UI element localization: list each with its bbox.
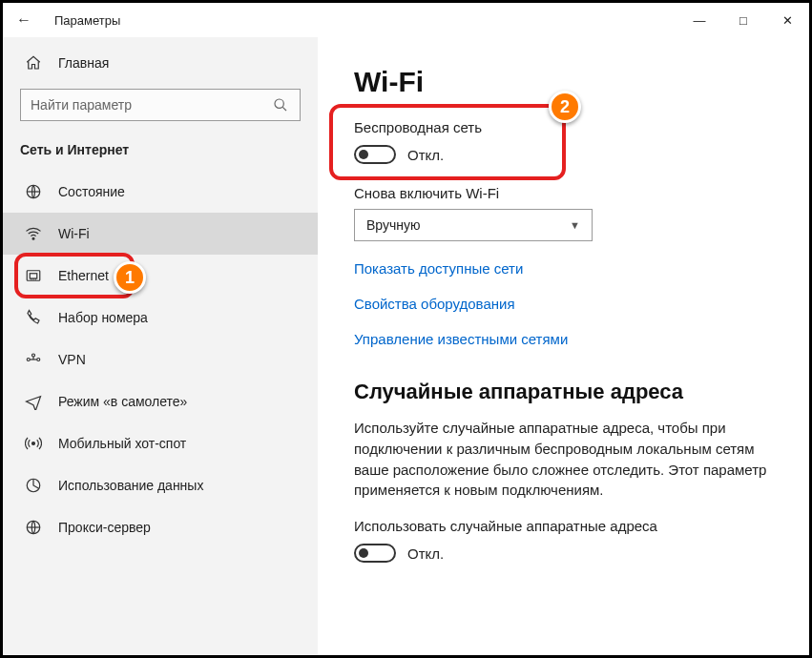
svg-point-0 — [275, 99, 283, 108]
reenable-value: Вручную — [366, 217, 421, 233]
home-link[interactable]: Главная — [3, 43, 318, 83]
svg-point-6 — [37, 359, 40, 361]
home-label: Главная — [58, 55, 109, 71]
nav-label: Ethernet — [58, 268, 109, 283]
hotspot-icon — [24, 434, 43, 453]
page-title: Wi-Fi — [354, 66, 773, 98]
svg-rect-4 — [30, 274, 37, 278]
nav-label: Состояние — [58, 184, 125, 199]
random-mac-toggle-label: Использовать случайные аппаратные адреса — [354, 518, 773, 534]
random-mac-toggle[interactable] — [354, 544, 396, 563]
wifi-icon — [24, 224, 43, 243]
datausage-icon — [24, 476, 43, 495]
home-icon — [24, 53, 43, 72]
nav-list: Состояние Wi-Fi Ethernet — [3, 171, 318, 548]
svg-point-2 — [32, 237, 34, 239]
random-mac-toggle-state: Откл. — [407, 545, 444, 562]
wireless-section: Беспроводная сеть Откл. — [354, 119, 773, 164]
reenable-select[interactable]: Вручную ▼ — [354, 209, 593, 241]
window-title: Параметры — [54, 13, 120, 28]
nav-label: Использование данных — [58, 478, 203, 493]
nav-item-dialup[interactable]: Набор номера — [3, 297, 318, 339]
nav-label: Мобильный хот-спот — [58, 436, 186, 451]
svg-point-5 — [27, 359, 30, 361]
search-input[interactable]: Найти параметр — [20, 89, 301, 121]
back-button[interactable]: ← — [14, 11, 33, 29]
reenable-label: Снова включить Wi-Fi — [354, 185, 773, 201]
nav-label: Прокси-сервер — [58, 520, 151, 535]
maximize-button[interactable]: □ — [721, 3, 765, 37]
wireless-label: Беспроводная сеть — [354, 119, 773, 135]
wireless-toggle-state: Откл. — [407, 147, 444, 163]
settings-window: ← Параметры — □ ✕ Главная Найти параметр… — [0, 0, 812, 658]
nav-label: Набор номера — [58, 310, 148, 325]
random-mac-description: Используйте случайные аппаратные адреса,… — [354, 418, 773, 501]
status-icon — [24, 182, 43, 201]
nav-item-proxy[interactable]: Прокси-сервер — [3, 506, 318, 548]
nav-label: VPN — [58, 352, 86, 367]
titlebar: ← Параметры — □ ✕ — [3, 3, 809, 37]
nav-group-label: Сеть и Интернет — [3, 125, 318, 171]
proxy-icon — [24, 518, 43, 537]
nav-item-vpn[interactable]: VPN — [3, 339, 318, 380]
link-hardware-properties[interactable]: Свойства оборудования — [354, 296, 773, 312]
nav-item-airplane[interactable]: Режим «в самолете» — [3, 380, 318, 422]
search-icon — [271, 95, 290, 114]
svg-point-8 — [32, 442, 35, 445]
close-button[interactable]: ✕ — [765, 3, 809, 37]
chevron-down-icon: ▼ — [570, 219, 580, 231]
vpn-icon — [24, 350, 43, 369]
ethernet-icon — [24, 266, 43, 285]
sidebar: Главная Найти параметр Сеть и Интернет С… — [3, 37, 318, 655]
wireless-toggle[interactable] — [354, 145, 396, 164]
toggle-knob — [359, 150, 368, 159]
nav-item-hotspot[interactable]: Мобильный хот-спот — [3, 422, 318, 464]
window-controls: — □ ✕ — [677, 3, 809, 37]
dialup-icon — [24, 308, 43, 327]
link-known-networks[interactable]: Управление известными сетями — [354, 331, 773, 347]
nav-item-ethernet[interactable]: Ethernet — [3, 255, 318, 297]
minimize-button[interactable]: — — [677, 3, 721, 37]
random-mac-heading: Случайные аппаратные адреса — [354, 380, 773, 404]
nav-item-status[interactable]: Состояние — [3, 171, 318, 213]
nav-item-datausage[interactable]: Использование данных — [3, 464, 318, 506]
nav-label: Режим «в самолете» — [58, 394, 187, 409]
toggle-knob — [359, 548, 368, 558]
svg-point-7 — [32, 354, 35, 357]
content-pane: Wi-Fi Беспроводная сеть Откл. Снова вклю… — [318, 37, 809, 655]
nav-item-wifi[interactable]: Wi-Fi — [3, 213, 318, 255]
search-placeholder: Найти параметр — [31, 97, 132, 113]
airplane-icon — [24, 392, 43, 411]
nav-label: Wi-Fi — [58, 226, 90, 241]
link-available-networks[interactable]: Показать доступные сети — [354, 260, 773, 277]
